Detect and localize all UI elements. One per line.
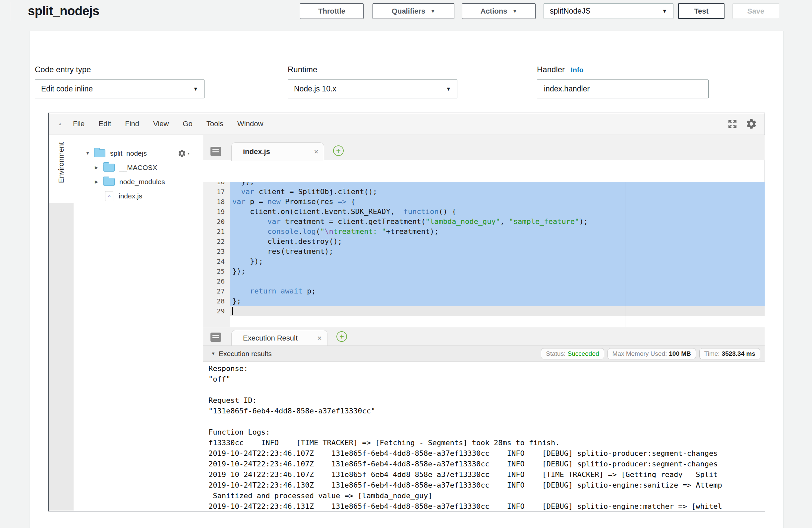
menu-items: FileEditFindViewGoToolsWindow (73, 120, 263, 128)
code-editor-window: ▲ FileEditFindViewGoToolsWindow Environm… (48, 113, 765, 511)
menu-view[interactable]: View (153, 120, 169, 128)
runtime-label: Runtime (288, 65, 317, 74)
qualifiers-label: Qualifiers (392, 7, 425, 16)
code-line-24: }); (230, 256, 765, 266)
editor-column: index.js × + 16 171819202122232425262728… (203, 135, 765, 511)
log-line: Response: (208, 363, 765, 374)
handler-label: HandlerInfo (537, 65, 584, 74)
menu-tools[interactable]: Tools (206, 120, 223, 128)
tab-execution-result[interactable]: Execution Result × (231, 330, 328, 346)
line-number: 28 (203, 296, 230, 306)
tree-item-label: index.js (119, 192, 142, 200)
close-icon[interactable]: × (317, 334, 322, 343)
actions-button[interactable]: Actions ▼ (462, 3, 536, 19)
editor-settings-gear-icon[interactable] (745, 118, 757, 130)
log-line: 2019-10-24T22:23:46.130Z 131e865f-6eb4-4… (208, 480, 765, 490)
test-event-value: splitNodeJS (550, 6, 591, 16)
runtime-select[interactable]: Node.js 10.x ▼ (288, 79, 458, 98)
handler-input[interactable] (537, 79, 709, 98)
qualifiers-button[interactable]: Qualifiers ▼ (373, 3, 454, 19)
disclosure-closed-icon[interactable]: ▶ (95, 165, 103, 170)
menu-go[interactable]: Go (183, 120, 192, 128)
code-line-28: }; (230, 296, 765, 306)
code-line-19: client.on(client.Event.SDK_READY, functi… (230, 207, 765, 217)
tab-execution-result-label: Execution Result (232, 334, 298, 342)
code-line-23: res(treatment); (230, 247, 765, 256)
execution-results-toggle[interactable]: ▼ Execution results (211, 350, 272, 358)
page-title: split_nodejs (28, 4, 99, 18)
caret-down-icon: ▼ (446, 86, 451, 92)
file-tree: ▼split_nodejs▾▶__MACOSX▶node_modules‹›in… (74, 135, 203, 511)
tree-item-node_modules[interactable]: ▶node_modules (74, 175, 203, 189)
new-tab-icon[interactable]: + (333, 145, 344, 156)
environment-label: Environment (57, 142, 66, 183)
line-number: 27 (203, 286, 230, 296)
save-button[interactable]: Save (733, 3, 779, 19)
disclosure-closed-icon[interactable]: ▶ (95, 179, 103, 184)
tree-item-split_nodejs[interactable]: ▼split_nodejs▾ (74, 146, 203, 160)
caret-down-icon: ▼ (512, 9, 517, 14)
disclosure-down-icon: ▼ (211, 351, 215, 356)
test-button[interactable]: Test (678, 3, 725, 19)
close-icon[interactable]: × (314, 147, 319, 156)
line-number: 20 (203, 217, 230, 226)
execution-results-title: Execution results (219, 350, 272, 358)
tree-settings-gear-icon[interactable]: ▾ (178, 149, 190, 158)
badge-max-memory-used: Max Memory Used:100 MB (608, 348, 696, 360)
indent-guide (293, 217, 293, 256)
execution-log-pane: Response:"off"Request ID:"131e865f-6eb4-… (203, 362, 765, 511)
folder-icon (103, 164, 115, 172)
menu-edit[interactable]: Edit (99, 120, 111, 128)
line-number: 26 (203, 276, 230, 286)
log-line: 2019-10-24T22:23:46.107Z 131e865f-6eb4-4… (208, 459, 765, 469)
log-line: Request ID: (208, 395, 765, 406)
save-label: Save (748, 7, 764, 16)
environment-tab[interactable]: Environment (49, 135, 74, 203)
menu-file[interactable]: File (73, 120, 85, 128)
tab-index-js[interactable]: index.js × (231, 143, 324, 161)
code-line-17: var client = SplitObj.client(); (230, 187, 765, 197)
clipped-section-heading: Function codeInfo (40, 31, 245, 33)
screen: split_nodejs Throttle Qualifiers ▼ Actio… (0, 0, 812, 528)
code-entry-type-label: Code entry type (35, 65, 91, 74)
throttle-button[interactable]: Throttle (300, 3, 364, 19)
code-lines: }); var client = SplitObj.client();var p… (230, 182, 765, 316)
code-editor[interactable]: 16 17181920212223242526272829 }); var cl… (203, 182, 765, 331)
test-label: Test (694, 7, 709, 16)
code-line-26 (230, 276, 765, 286)
tree-item-index.js[interactable]: ‹›index.js (74, 189, 203, 203)
runtime-value: Node.js 10.x (294, 85, 336, 93)
new-tab-icon[interactable]: + (336, 331, 347, 342)
tree-item-__macosx[interactable]: ▶__MACOSX (74, 160, 203, 175)
line-number: 19 (203, 207, 230, 217)
tab-list-icon[interactable] (211, 147, 221, 156)
menu-window[interactable]: Window (237, 120, 263, 128)
menu-find[interactable]: Find (125, 120, 139, 128)
line-number: 23 (203, 247, 230, 256)
log-line: Function Logs: (208, 427, 765, 438)
throttle-label: Throttle (318, 7, 345, 16)
code-line-21: console.log("\ntreatment: "+treatment); (230, 226, 765, 236)
editor-menu-bar: ▲ FileEditFindViewGoToolsWindow (49, 113, 765, 134)
clipped-code-line: }); (230, 182, 765, 187)
tab-list-icon[interactable] (211, 333, 221, 342)
collapse-triangle-icon[interactable]: ▲ (58, 121, 62, 126)
environment-strip: Environment (49, 135, 74, 511)
log-line: 2019-10-24T22:23:46.107Z 131e865f-6eb4-4… (208, 469, 765, 480)
handler-info-link[interactable]: Info (571, 66, 583, 74)
tree-item-label: node_modules (119, 178, 165, 186)
log-line: Sanitized and processed value => [lambda… (208, 490, 765, 501)
fullscreen-icon[interactable] (727, 119, 737, 129)
code-entry-type-select[interactable]: Edit code inline ▼ (35, 79, 204, 98)
log-line (208, 384, 765, 395)
code-entry-type-value: Edit code inline (41, 85, 93, 93)
log-line (208, 416, 765, 427)
page-edge-line (10, 2, 10, 21)
folder-icon (94, 149, 105, 157)
line-number: 24 (203, 256, 230, 266)
print-margin-line (590, 362, 590, 511)
result-badges: Status:SucceededMax Memory Used:100 MBTi… (541, 348, 760, 360)
test-event-select[interactable]: splitNodeJS ▼ (543, 3, 673, 19)
text-cursor (232, 307, 233, 316)
disclosure-open-icon[interactable]: ▼ (86, 151, 94, 156)
